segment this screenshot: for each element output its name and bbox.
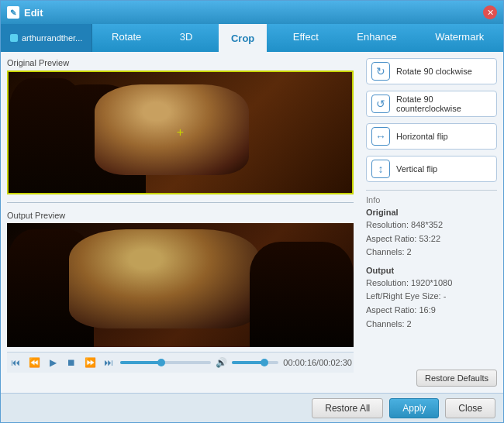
play-button[interactable]: ▶ bbox=[46, 356, 60, 370]
original-video-scene: + bbox=[7, 70, 354, 194]
progress-thumb[interactable] bbox=[157, 359, 165, 366]
volume-fill bbox=[232, 361, 264, 364]
tab-bar: arthurrandther... Rotate 3D Crop Effect … bbox=[1, 24, 503, 52]
content-area: Original Preview + Output Preview bbox=[1, 52, 503, 393]
tab-enhance[interactable]: Enhance bbox=[344, 24, 409, 52]
original-preview-section: Original Preview + bbox=[7, 58, 354, 194]
bottom-bar: Restore All Apply Close bbox=[1, 393, 503, 422]
rotate-cw-icon: ↻ bbox=[371, 62, 390, 81]
output-channels: Channels: 2 bbox=[366, 318, 497, 332]
flip-h-icon: ↔ bbox=[371, 127, 390, 146]
close-bottom-button[interactable]: Close bbox=[445, 398, 495, 418]
output-preview-section: Output Preview bbox=[7, 211, 354, 347]
rotate-buttons-group: ↻ Rotate 90 clockwise ↺ Rotate 90 counte… bbox=[366, 58, 497, 182]
flip-v-icon: ↕ bbox=[371, 160, 390, 178]
right-panel: ↻ Rotate 90 clockwise ↺ Rotate 90 counte… bbox=[360, 52, 503, 393]
output-video-frame bbox=[7, 223, 354, 347]
crosshair-icon: + bbox=[177, 126, 184, 139]
left-panel: Original Preview + Output Preview bbox=[1, 52, 360, 393]
flip-v-label: Vertical flip bbox=[396, 164, 437, 174]
volume-bar[interactable] bbox=[232, 361, 278, 364]
rotate-cw-label: Rotate 90 clockwise bbox=[396, 67, 472, 76]
tab-watermark[interactable]: Watermark bbox=[423, 24, 496, 52]
output-video-scene bbox=[7, 223, 354, 347]
player-controls: ⏮ ⏪ ▶ ⏹ ⏩ ⏭ 🔊 00:00:16/00:02:30 bbox=[7, 352, 354, 373]
main-window: ✎ Edit ✕ arthurrandther... Rotate 3D Cro… bbox=[0, 0, 504, 423]
output-preview-label: Output Preview bbox=[7, 211, 354, 220]
file-tab-icon bbox=[10, 34, 18, 42]
close-button[interactable]: ✕ bbox=[483, 5, 497, 19]
rotate-ccw-label: Rotate 90 counterclockwise bbox=[396, 95, 492, 113]
app-icon: ✎ bbox=[7, 6, 19, 19]
original-video-frame: + bbox=[7, 70, 354, 194]
flip-h-label: Horizontal flip bbox=[396, 132, 448, 141]
restore-all-button[interactable]: Restore All bbox=[312, 398, 383, 418]
output-leftright: Left/Right Eye Size: - bbox=[366, 290, 497, 304]
stop-button[interactable]: ⏹ bbox=[64, 356, 78, 370]
flip-h-button[interactable]: ↔ Horizontal flip bbox=[366, 123, 497, 150]
output-figure-center bbox=[69, 229, 260, 328]
skip-forward-button[interactable]: ⏭ bbox=[102, 356, 116, 370]
file-tab[interactable]: arthurrandther... bbox=[1, 24, 92, 52]
output-info-group: Output Resolution: 1920*1080 Left/Right … bbox=[366, 266, 497, 331]
figure-center bbox=[95, 84, 249, 175]
original-resolution: Resolution: 848*352 bbox=[366, 218, 497, 232]
preview-divider bbox=[7, 202, 354, 203]
volume-icon[interactable]: 🔊 bbox=[216, 357, 227, 368]
rotate-ccw-icon: ↺ bbox=[371, 95, 390, 113]
flip-v-button[interactable]: ↕ Vertical flip bbox=[366, 156, 497, 182]
title-bar: ✎ Edit ✕ bbox=[1, 1, 503, 24]
time-display: 00:00:16/00:02:30 bbox=[283, 358, 352, 367]
original-info-group: Original Resolution: 848*352 Aspect Rati… bbox=[366, 208, 497, 260]
info-title: Info bbox=[366, 195, 497, 205]
rotate-ccw-button[interactable]: ↺ Rotate 90 counterclockwise bbox=[366, 91, 497, 117]
original-info-title: Original bbox=[366, 208, 497, 217]
original-aspect: Aspect Ratio: 53:22 bbox=[366, 232, 497, 246]
step-back-button[interactable]: ⏪ bbox=[27, 356, 41, 370]
tab-3d[interactable]: 3D bbox=[167, 24, 205, 52]
skip-back-button[interactable]: ⏮ bbox=[9, 356, 22, 370]
progress-fill bbox=[120, 361, 161, 364]
tab-effect[interactable]: Effect bbox=[281, 24, 331, 52]
progress-bar[interactable] bbox=[120, 361, 211, 364]
output-aspect: Aspect Ratio: 16:9 bbox=[366, 304, 497, 318]
tab-rotate[interactable]: Rotate bbox=[99, 24, 154, 52]
file-tab-label: arthurrandther... bbox=[22, 33, 82, 43]
apply-button[interactable]: Apply bbox=[389, 398, 439, 418]
output-resolution: Resolution: 1920*1080 bbox=[366, 277, 497, 291]
step-forward-button[interactable]: ⏩ bbox=[83, 356, 97, 370]
window-title: Edit bbox=[24, 7, 483, 19]
figure-right bbox=[9, 78, 84, 193]
output-info-title: Output bbox=[366, 266, 497, 275]
original-channels: Channels: 2 bbox=[366, 246, 497, 260]
restore-defaults-button[interactable]: Restore Defaults bbox=[416, 370, 497, 387]
restore-defaults-wrapper: Restore Defaults bbox=[366, 370, 497, 387]
volume-thumb[interactable] bbox=[261, 359, 268, 366]
rotate-cw-button[interactable]: ↻ Rotate 90 clockwise bbox=[366, 58, 497, 84]
output-figure-right bbox=[250, 242, 354, 347]
info-section: Info Original Resolution: 848*352 Aspect… bbox=[366, 190, 497, 337]
original-preview-label: Original Preview bbox=[7, 58, 354, 67]
nav-tabs: Rotate 3D Crop Effect Enhance Watermark bbox=[92, 24, 503, 52]
tab-crop[interactable]: Crop bbox=[219, 24, 267, 52]
